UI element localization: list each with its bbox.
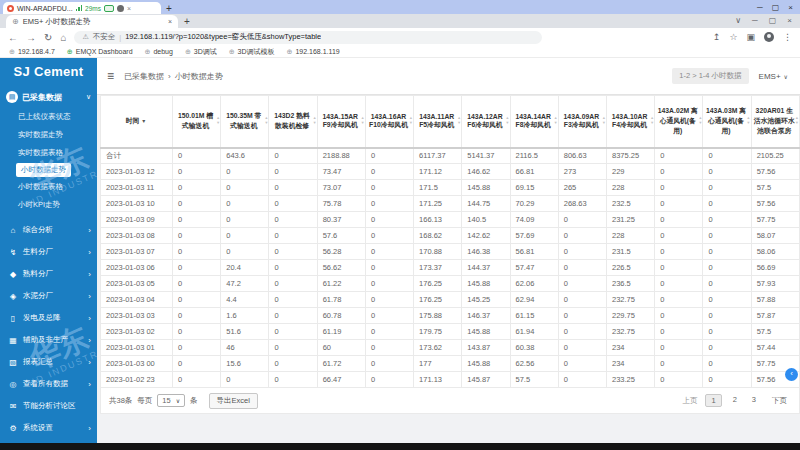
bookmark-item[interactable]: ⊕3D调试模板	[229, 47, 275, 57]
sidebar-item-home[interactable]: ⌂综合分析›	[0, 219, 97, 241]
sort-icon[interactable]: ▴▾	[603, 116, 605, 125]
browser-close-button[interactable]: ×	[787, 16, 792, 25]
sidebar-submenu-item[interactable]: 小时KPI走势	[0, 196, 97, 214]
bookmark-item[interactable]: ⊕debug	[145, 48, 173, 56]
sort-icon[interactable]: ▴▾	[362, 116, 364, 125]
column-header[interactable]: 143A.16AR F10冷却风机▴▾	[365, 96, 413, 148]
next-page-button[interactable]: 下页	[768, 395, 791, 407]
page-size-select[interactable]: 15 ∨	[157, 394, 185, 407]
bookmark-item[interactable]: ⊕3D调试	[185, 47, 217, 57]
sidebar-submenu-item[interactable]: 小时数据表格	[0, 178, 97, 196]
sidebar-item-power[interactable]: ▯发电及总降›	[0, 307, 97, 329]
sort-icon[interactable]: ▴▾	[506, 116, 508, 125]
column-header[interactable]: 143A.09AR F3冷却风机▴▾	[558, 96, 606, 148]
sidebar-item-label: 生料分厂	[23, 247, 53, 257]
sidebar-item-aux[interactable]: ▦辅助及非生产›	[0, 329, 97, 351]
value-cell: 0	[173, 372, 221, 388]
sidebar-item-fan[interactable]: ◈水泥分厂›	[0, 285, 97, 307]
value-cell: 268.63	[558, 196, 606, 212]
reload-icon[interactable]: ↻	[44, 32, 52, 43]
sidebar-submenu-item[interactable]: 小时数据走势	[16, 163, 71, 177]
scroll-left-float-button[interactable]: ‹	[785, 368, 798, 381]
prev-page-button[interactable]: 上页	[682, 396, 697, 406]
remote-session-tab[interactable]: WIN-ARADFDU... 29ms ×	[3, 2, 161, 14]
url-divider: |	[119, 33, 121, 42]
close-tab-icon[interactable]: ×	[168, 18, 172, 25]
url-input[interactable]: ⚠ 不安全 | 192.168.1.119/?p=1020&typee=窑头低压…	[74, 31, 542, 44]
sort-icon[interactable]: ▴▾	[747, 116, 749, 125]
site-globe-icon: ⊕	[287, 48, 293, 56]
side-panel-icon[interactable]: ▣	[746, 32, 755, 42]
screen-record-icon[interactable]	[104, 5, 114, 12]
sort-icon[interactable]: ▴▾	[458, 116, 460, 125]
sort-icon[interactable]: ▴▾	[217, 116, 219, 125]
value-cell: 4.4	[221, 292, 269, 308]
column-header[interactable]: 143A.11AR F5冷却风机▴▾	[414, 96, 462, 148]
sidebar-item-report[interactable]: ▧报表汇总›	[0, 351, 97, 373]
value-cell: 0	[655, 180, 703, 196]
column-header[interactable]: 143A.14AR F8冷却风机▴▾	[510, 96, 558, 148]
tab-search-chevron-icon[interactable]: ∨	[735, 16, 741, 25]
sort-icon[interactable]: ▴▾	[313, 116, 315, 125]
sort-icon[interactable]: ▴▾	[796, 116, 798, 125]
sidebar-submenu-item[interactable]: 已上线仪表状态	[0, 108, 97, 126]
site-globe-icon: ⊕	[185, 48, 191, 56]
column-header[interactable]: 143A.03M 离心通风机(备用)▴▾	[703, 96, 751, 148]
remote-maximize-button[interactable]: ▢	[772, 3, 780, 12]
page-number-button[interactable]: 2	[729, 394, 741, 407]
bookmark-item[interactable]: ⊕192.168.4.7	[9, 48, 55, 56]
bookmark-star-icon[interactable]: ☆	[729, 32, 737, 42]
sort-icon[interactable]: ▴▾	[265, 116, 267, 125]
sidebar-item-drop[interactable]: ◆熟料分厂›	[0, 263, 97, 285]
sidebar-item-bolt[interactable]: ↯生料分厂›	[0, 241, 97, 263]
column-header-time[interactable]: 时间▾	[101, 96, 173, 148]
bookmark-item[interactable]: ⊕192.168.1.119	[287, 48, 340, 56]
column-header[interactable]: 150.01M 槽式输送机▴▾	[173, 96, 221, 148]
sidebar-group-collected-data[interactable]: ▤ 已采集数据 ∨	[0, 86, 97, 108]
browser-active-tab[interactable]: ⊕ EMS+ 小时数据走势 ×	[6, 15, 178, 28]
page-number-button[interactable]: 3	[748, 394, 760, 407]
sidebar-item-gear[interactable]: ⚙系统设置›	[0, 417, 97, 439]
sidebar-submenu-item[interactable]: 实时数据表格	[0, 144, 97, 162]
sort-icon[interactable]: ▴▾	[554, 116, 556, 125]
remote-close-button[interactable]: ×	[788, 3, 793, 12]
sort-icon[interactable]: ▴▾	[699, 116, 701, 125]
drop-icon: ◆	[8, 270, 18, 279]
home-icon[interactable]: ⌂	[60, 32, 66, 43]
value-cell: 0	[365, 260, 413, 276]
sidebar-submenu-item[interactable]: 实时数据走势	[0, 126, 97, 144]
column-header[interactable]: 143A.10AR F4冷却风机▴▾	[606, 96, 654, 148]
column-header[interactable]: 143A.02M 离心通风机(备用)▴▾	[655, 96, 703, 148]
column-header[interactable]: 143A.12AR F6冷却风机▴▾	[462, 96, 510, 148]
close-session-icon[interactable]: ×	[127, 5, 131, 12]
sort-icon[interactable]: ▴▾	[651, 116, 653, 125]
page-number-button[interactable]: 1	[705, 394, 721, 407]
sidebar-item-chat[interactable]: ✉节能分析讨论区	[0, 395, 97, 417]
bookmark-item[interactable]: ⊕EMQX Dashboard	[67, 48, 133, 56]
new-session-button[interactable]: +	[166, 3, 172, 14]
sort-icon[interactable]: ▴▾	[410, 116, 412, 125]
collapse-sidebar-icon[interactable]: ≡	[107, 69, 114, 83]
export-excel-button[interactable]: 导出Excel	[209, 393, 258, 409]
share-icon[interactable]: ↥	[713, 32, 721, 42]
user-dropdown[interactable]: EMS+ ∨	[759, 72, 790, 81]
new-tab-button[interactable]: +	[184, 16, 190, 27]
sidebar-item-search[interactable]: ◎查看所有数据›	[0, 373, 97, 395]
column-header[interactable]: 320AR01 生活水池循环水池联合泵房▴▾	[751, 96, 799, 148]
value-cell: 144.37	[462, 260, 510, 276]
back-icon[interactable]: ←	[8, 32, 18, 43]
value-cell: 57.5	[751, 180, 799, 196]
browser-menu-icon[interactable]: ⋮	[783, 32, 792, 42]
remote-minimize-button[interactable]: ─	[757, 3, 763, 12]
value-cell: 0	[558, 292, 606, 308]
breadcrumb-parent[interactable]: 已采集数据	[124, 71, 164, 82]
column-header[interactable]: 150.35M 带式输送机▴▾	[221, 96, 269, 148]
browser-maximize-button[interactable]: ▢	[769, 16, 777, 25]
column-header[interactable]: 143D2 熟料散装机检修▴▾	[269, 96, 317, 148]
forward-icon[interactable]: →	[26, 32, 36, 43]
browser-minimize-button[interactable]: ─	[752, 16, 758, 25]
value-cell: 60.38	[510, 340, 558, 356]
column-header[interactable]: 143A.15AR F9冷却风机▴▾	[317, 96, 365, 148]
profile-avatar[interactable]	[764, 32, 774, 42]
camera-icon[interactable]	[117, 5, 124, 12]
